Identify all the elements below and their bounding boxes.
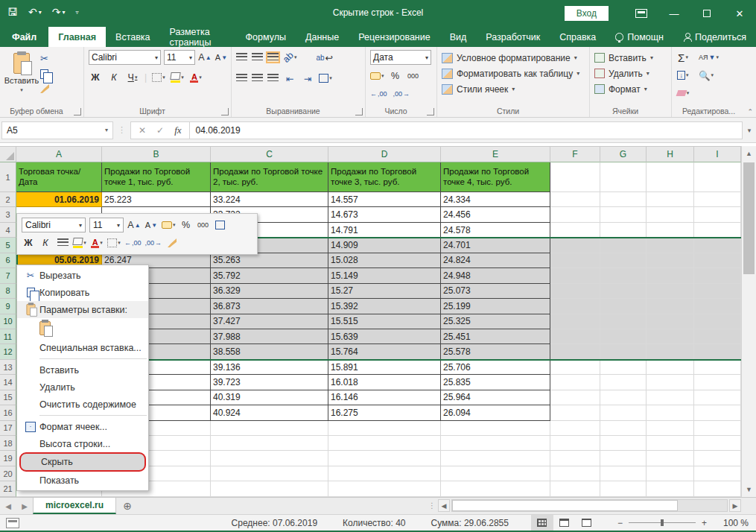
row-header-21[interactable]: 21 xyxy=(0,481,16,496)
cell-I9[interactable] xyxy=(694,299,741,314)
maximize-button[interactable] xyxy=(690,0,723,27)
row-header-15[interactable]: 15 xyxy=(0,390,16,405)
page-break-view-icon[interactable] xyxy=(576,515,598,531)
cell-C16[interactable]: 40.924 xyxy=(211,405,328,420)
cell-E11[interactable]: 25.451 xyxy=(441,329,550,344)
insert-cells-button[interactable]: Вставить▾ xyxy=(594,50,668,66)
merge-center-icon[interactable]: ▾ xyxy=(319,71,332,86)
tab-review[interactable]: Рецензирование xyxy=(349,27,440,47)
tab-file[interactable]: Файл xyxy=(0,27,48,47)
percent-style-icon[interactable]: % xyxy=(389,69,402,83)
cell-G8[interactable] xyxy=(600,284,647,299)
cell-F21[interactable] xyxy=(550,481,600,496)
decrease-indent-icon[interactable]: ⇤ xyxy=(283,71,296,86)
sort-filter-icon[interactable]: АЯ▼▾ xyxy=(699,50,719,65)
cell-C14[interactable]: 39.723 xyxy=(211,375,328,390)
align-top-icon[interactable] xyxy=(236,53,247,62)
row-header-11[interactable]: 11 xyxy=(0,329,16,344)
column-header-B[interactable]: B xyxy=(102,146,211,162)
tab-tell-me[interactable]: Помощн xyxy=(606,27,673,47)
menu-item-вырезать[interactable]: ✂Вырезать xyxy=(17,267,148,284)
cut-icon[interactable]: ✂ xyxy=(40,53,53,65)
cell-H7[interactable] xyxy=(647,268,694,283)
cell-F16[interactable] xyxy=(550,405,600,420)
cell-F8[interactable] xyxy=(550,284,600,299)
mini-decrease-font-icon[interactable]: А▼ xyxy=(144,218,158,232)
cell-H21[interactable] xyxy=(647,481,694,496)
tab-page-layout[interactable]: Разметка страницы xyxy=(160,27,236,47)
mini-font-color-icon[interactable]: А▾ xyxy=(90,235,104,250)
cell-G2[interactable] xyxy=(600,192,647,207)
cell-G7[interactable] xyxy=(600,268,647,283)
cell-E7[interactable]: 24.948 xyxy=(441,268,550,283)
cell-E19[interactable] xyxy=(441,451,550,466)
menu-item-формат-ячеек-[interactable]: ۰Формат ячеек... xyxy=(17,418,148,435)
cell-H16[interactable] xyxy=(647,405,694,420)
mini-comma-icon[interactable]: 000 xyxy=(197,218,210,232)
zoom-in-icon[interactable]: + xyxy=(702,518,707,528)
cell-F18[interactable] xyxy=(550,436,600,451)
column-header-A[interactable]: A xyxy=(16,146,102,162)
cell-I8[interactable] xyxy=(694,284,741,299)
mini-merge-icon[interactable] xyxy=(214,218,227,232)
cell-I20[interactable] xyxy=(694,466,741,481)
cell-I11[interactable] xyxy=(694,329,741,344)
cell-C21[interactable] xyxy=(211,481,328,496)
cell-C19[interactable] xyxy=(211,451,328,466)
column-header-F[interactable]: F xyxy=(550,146,600,162)
row-header-16[interactable]: 16 xyxy=(0,405,16,420)
cell-D18[interactable] xyxy=(328,436,441,451)
cell-G18[interactable] xyxy=(600,436,647,451)
cell-I16[interactable] xyxy=(694,405,741,420)
menu-item-высота-строки-[interactable]: Высота строки... xyxy=(17,435,148,452)
cell-E18[interactable] xyxy=(441,436,550,451)
cell-E21[interactable] xyxy=(441,481,550,496)
cell-E20[interactable] xyxy=(441,466,550,481)
cell-A2[interactable]: 01.06.2019 xyxy=(16,192,102,207)
insert-function-icon[interactable]: fx xyxy=(174,124,181,136)
cell-E16[interactable]: 26.094 xyxy=(441,405,550,420)
cell-E1[interactable]: Продажи по Торговой точке 4, тыс. руб. xyxy=(441,162,550,192)
cell-F4[interactable] xyxy=(550,223,600,238)
zoom-out-icon[interactable]: − xyxy=(617,518,623,528)
mini-increase-decimal-icon[interactable]: ←,00 xyxy=(124,235,142,250)
cell-F13[interactable] xyxy=(550,360,600,375)
cell-F7[interactable] xyxy=(550,268,600,283)
minimize-button[interactable]: — xyxy=(658,0,690,27)
scroll-down-icon[interactable]: ▼ xyxy=(742,482,756,497)
clear-icon[interactable]: ▾ xyxy=(676,86,690,101)
cell-B1[interactable]: Продажи по Торговой точке 1, тыс. руб. xyxy=(102,162,211,192)
sign-in-button[interactable]: Вход xyxy=(565,6,609,21)
cell-C12[interactable]: 38.558 xyxy=(211,344,328,359)
cell-D15[interactable]: 16.146 xyxy=(328,390,441,405)
cell-D19[interactable] xyxy=(328,451,441,466)
cell-I6[interactable] xyxy=(694,253,741,268)
ribbon-display-options-icon[interactable] xyxy=(625,0,658,27)
mini-format-painter-icon[interactable] xyxy=(165,235,179,250)
cell-G13[interactable] xyxy=(600,360,647,375)
wrap-text-icon[interactable]: ab↩ xyxy=(316,50,333,65)
menu-item-показать[interactable]: Показать xyxy=(17,472,148,489)
next-sheet-icon[interactable]: ▶ xyxy=(16,498,33,514)
cell-G15[interactable] xyxy=(600,390,647,405)
cell-E12[interactable]: 25.578 xyxy=(441,344,550,359)
cell-G14[interactable] xyxy=(600,375,647,390)
cell-D7[interactable]: 15.149 xyxy=(328,268,441,283)
cell-H1[interactable] xyxy=(647,162,694,192)
align-bottom-icon[interactable] xyxy=(267,53,279,62)
cell-F15[interactable] xyxy=(550,390,600,405)
name-box[interactable]: A5▾ xyxy=(1,121,113,139)
italic-button[interactable]: К xyxy=(107,70,121,85)
cell-D12[interactable]: 15.764 xyxy=(328,344,441,359)
cell-E8[interactable]: 25.073 xyxy=(441,284,550,299)
cell-I21[interactable] xyxy=(694,481,741,496)
cell-D14[interactable]: 16.018 xyxy=(328,375,441,390)
cell-I1[interactable] xyxy=(694,162,741,192)
cell-H9[interactable] xyxy=(647,299,694,314)
cell-C13[interactable]: 39.136 xyxy=(211,360,328,375)
increase-font-icon[interactable]: А▲ xyxy=(198,50,212,65)
cell-C2[interactable]: 33.224 xyxy=(211,192,328,207)
font-size-select[interactable]: 11▾ xyxy=(164,50,195,65)
cell-I7[interactable] xyxy=(694,268,741,283)
mini-align-icon[interactable] xyxy=(56,235,69,250)
